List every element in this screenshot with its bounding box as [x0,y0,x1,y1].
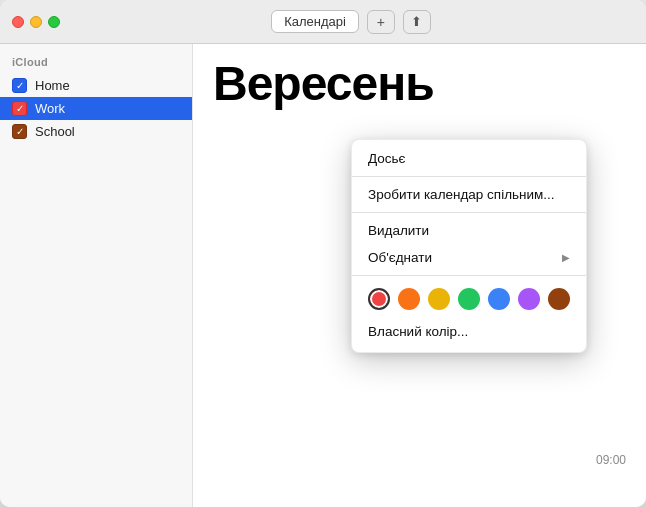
menu-item-custom-color[interactable]: Власний колір... [352,320,586,347]
menu-divider-1 [352,176,586,177]
titlebar-center: Календарі + ⬆ [68,10,634,34]
menu-item-merge[interactable]: Об'єднати ▶ [352,244,586,271]
export-icon: ⬆ [411,14,422,29]
menu-item-delete[interactable]: Видалити [352,217,586,244]
menu-item-delete-label: Видалити [368,223,429,238]
menu-item-info-label: Досьє [368,151,405,166]
close-button[interactable] [12,16,24,28]
app-window: Календарі + ⬆ iCloud ✓ Home ✓ [0,0,646,507]
menu-item-merge-label: Об'єднати [368,250,432,265]
minimize-button[interactable] [30,16,42,28]
color-swatch-orange[interactable] [398,288,420,310]
checkbox-school: ✓ [12,124,27,139]
color-swatch-red[interactable] [368,288,390,310]
calendar-label-home: Home [35,78,70,93]
plus-icon: + [377,14,385,30]
titlebar: Календарі + ⬆ [0,0,646,44]
menu-item-share[interactable]: Зробити календар спільним... [352,181,586,208]
time-label: 09:00 [596,453,626,467]
calendars-button[interactable]: Календарі [271,10,359,33]
menu-divider-3 [352,275,586,276]
color-section [352,280,586,320]
calendar-area: Вересень 09:00 Досьє Зробити календар сп… [193,44,646,507]
checkbox-home: ✓ [12,78,27,93]
checkbox-work: ✓ [12,101,27,116]
sidebar: iCloud ✓ Home ✓ Work ✓ School [0,44,193,507]
context-menu: Досьє Зробити календар спільним... Видал… [351,139,587,353]
color-swatch-green[interactable] [458,288,480,310]
main-content: iCloud ✓ Home ✓ Work ✓ School [0,44,646,507]
traffic-lights [12,16,60,28]
maximize-button[interactable] [48,16,60,28]
sidebar-section-icloud: iCloud [0,56,192,74]
menu-divider-2 [352,212,586,213]
menu-item-share-label: Зробити календар спільним... [368,187,555,202]
color-swatch-brown[interactable] [548,288,570,310]
sidebar-item-work[interactable]: ✓ Work [0,97,192,120]
sidebar-item-school[interactable]: ✓ School [0,120,192,143]
month-title: Вересень [213,60,626,108]
color-swatch-blue[interactable] [488,288,510,310]
menu-item-info[interactable]: Досьє [352,145,586,172]
sidebar-item-home[interactable]: ✓ Home [0,74,192,97]
submenu-arrow-icon: ▶ [562,252,570,263]
calendar-label-work: Work [35,101,65,116]
calendar-label-school: School [35,124,75,139]
checkmark-work: ✓ [16,103,24,114]
checkmark-home: ✓ [16,80,24,91]
color-row [368,288,570,310]
color-swatch-purple[interactable] [518,288,540,310]
checkmark-school: ✓ [16,126,24,137]
add-calendar-button[interactable]: + [367,10,395,34]
color-swatch-yellow[interactable] [428,288,450,310]
export-button[interactable]: ⬆ [403,10,431,34]
